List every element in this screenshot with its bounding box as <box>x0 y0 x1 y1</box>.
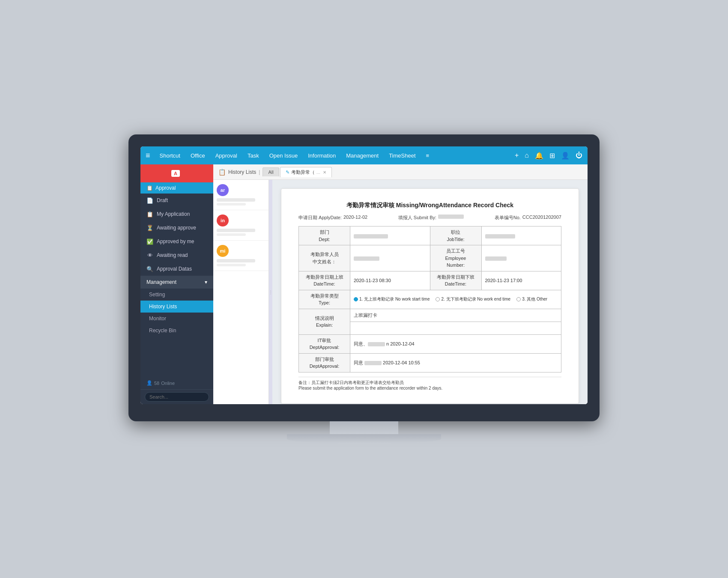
radio-1-circle <box>354 297 358 301</box>
submit-by: 填报人 Submit By: <box>398 215 464 221</box>
nav-approval[interactable]: Approval <box>211 151 242 161</box>
avatar: in <box>217 215 229 226</box>
explain-value: 上班漏打卡 <box>350 309 561 322</box>
sidebar: A 📋 Approval 📄 Draft 📋 My Application <box>140 164 213 404</box>
radio-option-2[interactable]: 2. 无下班考勤记录 No work end time <box>436 296 510 302</box>
sidebar-item-approval-datas[interactable]: 🔍 Approval Datas <box>140 262 213 276</box>
tab-all[interactable]: All <box>263 167 279 176</box>
datas-icon: 🔍 <box>146 265 153 272</box>
dept-blurred <box>354 234 388 238</box>
nav-more[interactable]: ≡ <box>422 151 434 161</box>
doc-meta-row: 申请日期 ApplyDate: 2020-12-02 填报人 Submit By… <box>298 215 561 221</box>
sidebar-item-approved-by-me[interactable]: ✅ Approved by me <box>140 235 213 248</box>
split-panel: ar in mi <box>213 180 588 404</box>
monitor-stand-base <box>287 434 441 444</box>
sidebar-item-recycle-bin[interactable]: Recycle Bin <box>140 325 213 337</box>
doc-footer-note: 备注：员工漏打卡须2日内将考勤更正申请表交给考勤员 Please submit … <box>298 377 561 390</box>
employee-blurred <box>485 256 507 261</box>
sidebar-item-awaiting-approve[interactable]: ⏳ Awaiting approve <box>140 221 213 235</box>
dept-value <box>350 226 430 245</box>
sidebar-item-history-lists[interactable]: History Lists <box>140 301 213 313</box>
radio-option-1[interactable]: 1. 无上班考勤记录 No work start time <box>354 296 430 302</box>
end-datetime-label: 考勤异常日期下班DateTime: <box>430 271 481 290</box>
apply-date: 申请日期 ApplyDate: 2020-12-02 <box>298 215 367 221</box>
nav-information[interactable]: Information <box>304 151 340 161</box>
start-datetime-value: 2020-11-23 08:30 <box>350 271 430 290</box>
it-approval-value: 同意、 n 2020-12-04 <box>350 334 561 353</box>
person-value <box>350 245 430 271</box>
list-item-sub-bar <box>217 203 246 206</box>
employee-no-value <box>481 245 561 271</box>
nav-management[interactable]: Management <box>342 151 383 161</box>
employee-no-label: 员工工号EmployeeNumber: <box>430 245 481 271</box>
list-panel: ar in mi <box>213 180 269 404</box>
sidebar-item-draft[interactable]: 📄 Draft <box>140 194 213 207</box>
nav-task[interactable]: Task <box>243 151 263 161</box>
sidebar-item-myapplication[interactable]: 📋 My Application <box>140 207 213 221</box>
explain-empty <box>350 322 561 334</box>
user-online-icon: 👤 <box>146 380 152 386</box>
search-input[interactable] <box>145 392 209 402</box>
list-item[interactable]: mi <box>213 241 269 271</box>
monitor-stand-neck <box>330 421 398 434</box>
form-no: 表单编号No. CCC20201202007 <box>495 215 561 221</box>
tab-close-icon[interactable]: ✕ <box>323 170 326 175</box>
breadcrumb-history: History Lists <box>228 169 256 175</box>
radio-option-3[interactable]: 3. 其他 Other <box>516 296 547 302</box>
breadcrumb-sep: | <box>259 169 260 175</box>
myapp-icon: 📋 <box>146 211 153 217</box>
approval-section-icon: 📋 <box>146 185 153 191</box>
read-icon: 👁 <box>146 252 153 259</box>
list-item-name-bar <box>217 259 255 262</box>
hamburger-icon[interactable]: ≡ <box>146 151 150 160</box>
sidebar-item-monitor[interactable]: Monitor <box>140 313 213 325</box>
list-item[interactable]: ar <box>213 180 269 210</box>
submit-by-value <box>438 215 464 219</box>
nav-office[interactable]: Office <box>186 151 209 161</box>
nav-open-issue[interactable]: Open Issue <box>265 151 302 161</box>
sidebar-footer: 👤 58 Online <box>140 377 213 389</box>
breadcrumb-icon: 📋 <box>218 169 226 176</box>
dept-label: 部门Dept: <box>299 226 350 245</box>
end-datetime-value: 2020-11-23 17:00 <box>481 271 561 290</box>
person-blurred <box>354 256 379 261</box>
list-item-sub-bar <box>217 233 246 236</box>
tab-icon: ✎ <box>286 170 289 175</box>
document-frame: 考勤异常情况审核 Missing/WrongAttendance Record … <box>281 188 579 404</box>
monitor-bezel: ≡ Shortcut Office Approval Task Open Iss… <box>128 134 600 421</box>
home-icon[interactable]: ⌂ <box>525 152 529 159</box>
resize-handle[interactable]: ⋮ <box>269 180 272 404</box>
add-icon[interactable]: + <box>515 152 519 159</box>
user-icon[interactable]: 👤 <box>561 152 570 160</box>
nav-shortcut[interactable]: Shortcut <box>155 151 185 161</box>
avatar: ar <box>217 184 229 196</box>
list-item-sub-bar <box>217 264 246 266</box>
radio-group: 1. 无上班考勤记录 No work start time 2. 无下班考勤记录… <box>354 296 558 302</box>
avatar: mi <box>217 245 229 257</box>
dept-approver-blurred <box>364 361 382 365</box>
jobtitle-value <box>481 226 561 245</box>
sidebar-management-header[interactable]: Management ▾ <box>140 276 213 289</box>
doc-table: 部门Dept: 职位JobTitle: <box>298 226 561 372</box>
bell-icon[interactable]: 🔔 <box>535 152 543 160</box>
topnav: ≡ Shortcut Office Approval Task Open Iss… <box>140 146 588 164</box>
sidebar-item-setting[interactable]: Setting <box>140 289 213 301</box>
topnav-right-icons: + ⌂ 🔔 ⊞ 👤 ⏻ <box>515 152 582 160</box>
doc-title: 考勤异常情况审核 Missing/WrongAttendance Record … <box>298 202 561 209</box>
monitor-wrapper: ≡ Shortcut Office Approval Task Open Iss… <box>128 134 600 444</box>
sidebar-item-awaiting-read[interactable]: 👁 Awaiting read <box>140 248 213 262</box>
tab-active[interactable]: ✎ 考勤异常（ ... ✕ <box>280 167 332 177</box>
list-item-name-bar <box>217 229 255 232</box>
breadcrumb-bar: 📋 History Lists | All ✎ 考勤异常（ ... ✕ <box>213 164 588 180</box>
nav-timesheet[interactable]: TimeSheet <box>385 151 420 161</box>
list-item[interactable]: in <box>213 210 269 241</box>
power-icon[interactable]: ⏻ <box>576 152 582 159</box>
sidebar-approval-header: 📋 Approval <box>140 182 213 194</box>
content-area: 📋 History Lists | All ✎ 考勤异常（ ... ✕ <box>213 164 588 404</box>
type-label: 考勤异常类型Type: <box>299 290 350 309</box>
awaiting-icon: ⏳ <box>146 224 153 231</box>
grid-icon[interactable]: ⊞ <box>549 152 555 160</box>
it-approval-label: IT审批DeptApproval: <box>299 334 350 353</box>
dept-approval-value: 同意 2020-12-04 10:55 <box>350 353 561 372</box>
person-label: 考勤异常人员中文姓名： <box>299 245 350 271</box>
